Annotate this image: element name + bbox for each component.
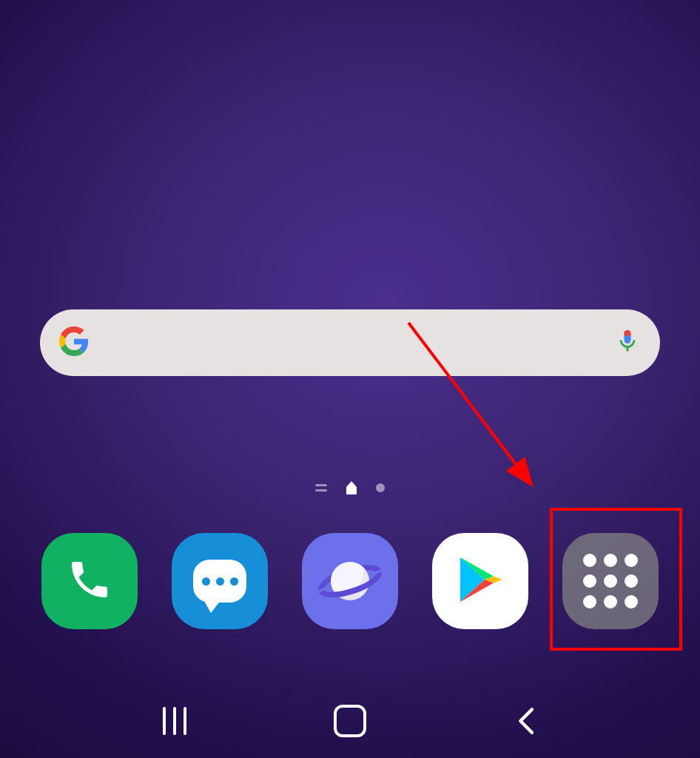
annotation-highlight-box [550, 508, 682, 651]
microphone-icon[interactable] [614, 328, 641, 358]
google-search-widget[interactable] [40, 309, 660, 376]
nav-home-button[interactable] [334, 705, 366, 737]
google-logo-icon [59, 326, 89, 359]
navigation-bar [0, 699, 700, 743]
phone-app[interactable] [41, 533, 138, 629]
internet-browser-app[interactable] [302, 533, 398, 629]
page-indicator-home-icon[interactable] [346, 481, 357, 494]
page-indicator [0, 481, 700, 494]
home-screen [0, 0, 700, 758]
play-store-app[interactable] [432, 533, 528, 629]
page-indicator-page2-icon[interactable] [376, 483, 385, 492]
chevron-left-icon [514, 706, 537, 736]
nav-back-button[interactable] [514, 706, 537, 736]
play-store-icon [454, 553, 507, 609]
messages-icon [193, 560, 246, 603]
phone-icon [66, 556, 113, 606]
planet-icon [323, 554, 377, 608]
page-indicator-panel-icon[interactable] [315, 484, 327, 492]
messages-app[interactable] [172, 533, 268, 629]
nav-recent-button[interactable] [163, 707, 186, 735]
